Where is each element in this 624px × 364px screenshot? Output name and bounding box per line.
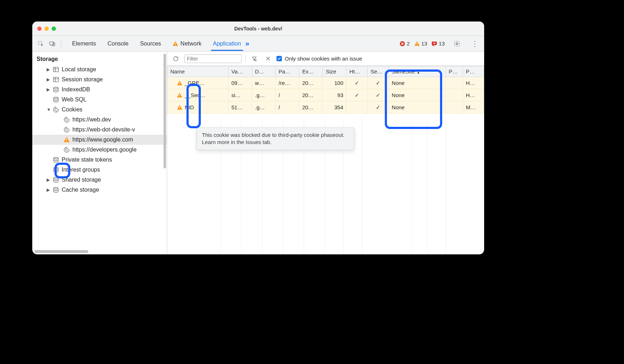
db-icon bbox=[52, 96, 60, 103]
sidebar-item[interactable]: ▶Shared storage bbox=[32, 175, 167, 185]
svg-point-18 bbox=[67, 121, 67, 121]
clear-all-icon[interactable]: ✕ bbox=[263, 54, 273, 64]
cell-value: 09… bbox=[228, 77, 252, 89]
device-toolbar-icon[interactable] bbox=[47, 39, 57, 49]
cell-domain: .g… bbox=[252, 101, 276, 114]
column-header[interactable]: Va… bbox=[228, 66, 252, 77]
sidebar-item[interactable]: Web SQL bbox=[32, 95, 167, 105]
sidebar-item[interactable]: https://web.dev bbox=[32, 115, 167, 125]
only-issues-label: Only show cookies with an issue bbox=[285, 56, 362, 62]
sidebar-scrollbar[interactable] bbox=[164, 54, 166, 168]
main-area: Storage ▶Local storage▶Session storage▶I… bbox=[32, 52, 484, 254]
svg-rect-32 bbox=[179, 82, 180, 84]
tab-elements[interactable]: Elements bbox=[71, 37, 97, 51]
message-count[interactable]: 13 bbox=[431, 40, 445, 47]
sidebar-item[interactable]: Interest groups bbox=[32, 165, 167, 175]
expand-arrow-icon[interactable]: ▶ bbox=[47, 87, 50, 92]
cookie-blocked-tooltip: This cookie was blocked due to third-par… bbox=[197, 128, 354, 150]
expand-arrow-icon[interactable]: ▶ bbox=[47, 67, 50, 72]
inspect-element-icon[interactable] bbox=[36, 39, 46, 49]
sidebar-item[interactable]: ▶Local storage bbox=[32, 64, 167, 75]
refresh-icon[interactable] bbox=[171, 54, 181, 64]
column-header[interactable]: Se… bbox=[368, 66, 389, 77]
more-tabs-button[interactable]: » bbox=[243, 39, 251, 48]
table-row[interactable]: _GRE…09…w…/re…20…100✓✓NoneH… bbox=[167, 77, 484, 89]
sidebar-item[interactable]: https://developers.google bbox=[32, 145, 167, 155]
cell-p2: H… bbox=[463, 89, 484, 101]
cell-samesite: None bbox=[389, 77, 446, 89]
cell-samesite: None bbox=[389, 89, 446, 101]
column-header[interactable]: Ex… bbox=[299, 66, 323, 77]
warning-count[interactable]: 13 bbox=[414, 40, 427, 47]
separator bbox=[61, 39, 61, 48]
svg-rect-7 bbox=[417, 45, 417, 46]
db-icon bbox=[52, 156, 60, 163]
sidebar-item-label: Interest groups bbox=[62, 167, 100, 173]
tab-console[interactable]: Console bbox=[107, 37, 129, 51]
svg-rect-24 bbox=[66, 141, 67, 142]
sidebar-item-label: Session storage bbox=[62, 76, 103, 83]
cell-name: _GRE… bbox=[167, 77, 228, 89]
svg-point-14 bbox=[55, 110, 55, 110]
column-header[interactable]: SameSite▲ bbox=[389, 66, 446, 77]
tab-application[interactable]: Application bbox=[212, 37, 242, 51]
filter-input[interactable] bbox=[184, 54, 242, 63]
grid-icon bbox=[52, 76, 60, 83]
more-options-icon[interactable]: ⋮ bbox=[469, 39, 481, 48]
table-row[interactable]: __Sec…si….g…/20…93✓✓NoneH… bbox=[167, 89, 484, 101]
svg-point-26 bbox=[67, 151, 67, 151]
titlebar: DevTools - web.dev/ bbox=[32, 21, 484, 36]
tab-network[interactable]: Network bbox=[172, 37, 202, 51]
cookies-toolbar: ✕ Only show cookies with an issue bbox=[167, 52, 484, 66]
cell-path: /re… bbox=[275, 77, 299, 89]
warning-icon bbox=[177, 80, 183, 86]
settings-icon[interactable] bbox=[452, 39, 462, 49]
svg-point-17 bbox=[66, 120, 66, 120]
separator bbox=[245, 55, 246, 62]
table-row[interactable]: NID51….g…/20…354✓NoneM… bbox=[167, 101, 484, 114]
sidebar-h-scrollbar[interactable] bbox=[34, 250, 88, 253]
sidebar-item[interactable]: ▶IndexedDB bbox=[32, 85, 167, 95]
cookie-icon bbox=[63, 146, 70, 153]
db-icon bbox=[52, 166, 60, 173]
expand-arrow-icon[interactable]: ▼ bbox=[47, 107, 50, 112]
sidebar-item[interactable]: ▶Cache storage bbox=[32, 185, 167, 195]
only-issues-checkbox[interactable]: Only show cookies with an issue bbox=[276, 56, 362, 62]
cell-size: 93 bbox=[323, 89, 346, 101]
sidebar-item[interactable]: https://www.google.com bbox=[32, 135, 167, 145]
column-header[interactable]: P… bbox=[446, 66, 463, 77]
cell-http: ✓ bbox=[346, 89, 368, 101]
clear-filter-icon[interactable] bbox=[249, 54, 259, 64]
svg-rect-10 bbox=[53, 67, 58, 72]
column-header[interactable]: Ht… bbox=[346, 66, 368, 77]
cell-domain: .g… bbox=[252, 89, 276, 101]
expand-arrow-icon[interactable]: ▶ bbox=[47, 177, 50, 182]
cell-path: / bbox=[275, 89, 299, 101]
db-icon bbox=[52, 186, 60, 193]
column-header[interactable]: D… bbox=[252, 66, 276, 77]
svg-rect-35 bbox=[179, 96, 180, 97]
column-header[interactable]: Pa… bbox=[275, 66, 299, 77]
sidebar-item[interactable]: https://web-dot-devsite-v bbox=[32, 125, 167, 135]
expand-arrow-icon[interactable]: ▶ bbox=[47, 77, 50, 82]
sidebar-item[interactable]: Private state tokens bbox=[32, 155, 167, 165]
cell-path: / bbox=[275, 101, 299, 114]
sidebar-item[interactable]: ▶Session storage bbox=[32, 75, 167, 85]
expand-arrow-icon[interactable]: ▶ bbox=[47, 187, 50, 192]
column-header[interactable]: Name bbox=[167, 66, 228, 77]
svg-rect-33 bbox=[179, 84, 180, 85]
tab-sources[interactable]: Sources bbox=[139, 37, 162, 51]
column-header[interactable]: P… bbox=[463, 66, 484, 77]
error-count[interactable]: 2 bbox=[400, 40, 410, 47]
sidebar-item[interactable]: ▼Cookies bbox=[32, 105, 167, 115]
sidebar-item-label: https://developers.google bbox=[72, 147, 137, 153]
cell-p2: H… bbox=[463, 77, 484, 89]
warning-icon bbox=[177, 105, 183, 110]
sidebar-item-label: Cookies bbox=[62, 106, 82, 113]
warning-icon bbox=[177, 92, 183, 98]
cell-p1 bbox=[446, 89, 463, 101]
sidebar-item-label: Local storage bbox=[62, 66, 96, 73]
column-header[interactable]: Size bbox=[323, 66, 346, 77]
cookies-table: NameVa…D…Pa…Ex…SizeHt…Se…SameSite▲P…P… _… bbox=[167, 66, 484, 114]
svg-point-20 bbox=[66, 130, 66, 130]
